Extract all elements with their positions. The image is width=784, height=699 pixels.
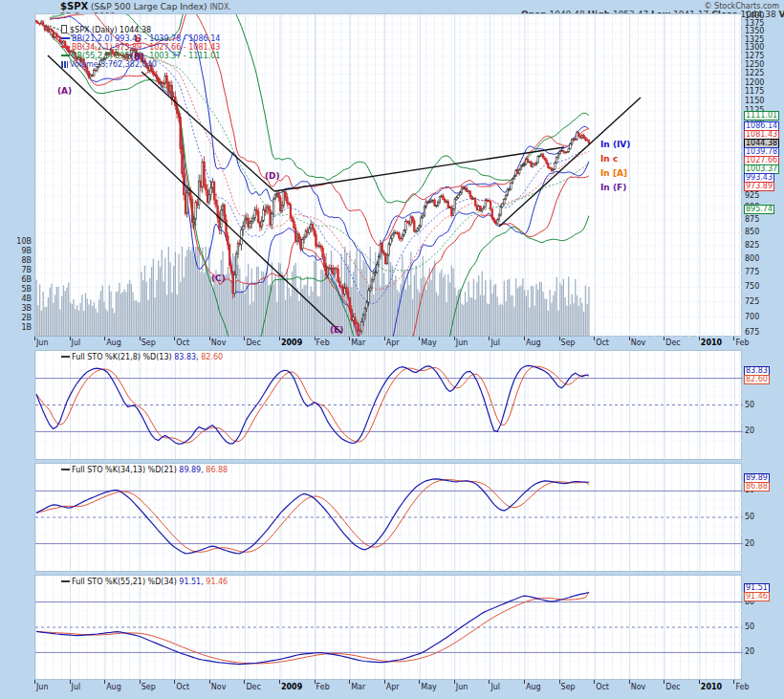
sto-tick-label: 20 [745,647,754,656]
month-label: Dec [246,339,260,347]
price-tick-label: 775 [745,268,759,276]
price-tick-label: 1250 [745,60,764,69]
sto-tick-label: 50 [745,513,754,521]
month-label: Jun [456,683,468,691]
price-tick-label: 1275 [745,52,764,60]
month-label: Jun [36,339,49,347]
month-label: Aug [106,683,121,691]
month-tick [629,337,630,340]
month-label: Oct [596,683,609,691]
sto-tick-label: 50 [745,401,754,409]
month-label: Aug [526,339,541,347]
wave-annotation: (A) [57,86,72,96]
month-label: Feb [735,339,749,347]
month-label: Mar [351,683,365,691]
line-swatch-icon [61,469,70,470]
month-tick [384,680,385,684]
sto-callout-d: 86.88 [744,482,770,491]
month-tick [70,337,71,340]
month-label: Jul [490,683,500,691]
line-swatch-icon [61,55,70,56]
month-tick [349,680,350,684]
month-tick [733,337,734,340]
price-tick-label: 1200 [745,78,764,87]
month-label: Feb [316,683,330,691]
month-label: 2010 [701,339,722,347]
price-tick-label: 925 [745,191,759,200]
exchange-label: INDX. [209,3,231,11]
wave-annotation: (E) [330,325,343,335]
price-tick-label: 875 [745,215,759,224]
month-tick [209,680,210,684]
month-tick [140,680,141,684]
stochastic-panel-label: Full STO %K(21,8) %D(13) 83.83, 82.60 [61,353,223,361]
month-label: Jul [72,339,81,347]
month-tick [104,680,105,684]
price-callout: 895.74 [744,205,774,214]
stochastic-panel-1 [34,350,742,460]
month-tick [524,680,525,684]
month-label: Nov [631,683,646,691]
month-tick [315,680,316,684]
month-label: Sep [561,339,576,347]
volume-tick-label: 8B [15,256,32,265]
wave-annotation: In (IV) [600,140,630,149]
month-label: Nov [211,339,227,347]
month-tick [349,337,350,340]
month-label: Dec [665,683,680,691]
month-label: Apr [386,339,400,347]
wave-annotation: (D) [265,171,280,181]
month-tick [559,680,560,684]
price-tick-label: 850 [745,228,759,236]
month-label: Jun [456,339,468,347]
month-label: Aug [526,683,541,691]
month-tick [664,337,664,340]
month-tick [34,680,35,684]
month-tick [524,337,525,340]
legend-main: $SPX (Daily) 1044.38 [61,25,151,34]
month-tick [454,337,455,340]
month-label: Mar [351,339,365,347]
wave-annotation: (B) [130,52,144,61]
month-tick [699,337,700,340]
volume-tick-label: 6B [15,275,32,284]
month-label: Apr [386,683,400,691]
volume-bars-icon [61,61,68,68]
month-tick [34,337,35,340]
volume-tick-label: 2B [15,314,32,322]
wave-annotation: In c [600,154,618,164]
month-tick [419,337,420,340]
month-label: Oct [176,339,189,347]
month-tick [594,680,595,684]
sto-tick-label: 20 [745,539,754,548]
price-tick-label: 1225 [745,69,764,77]
wave-annotation: (C) [211,273,226,283]
month-label: Oct [176,683,189,691]
price-tick-label: 1300 [745,43,764,52]
month-label: Jul [490,339,500,347]
sto-tick-label: 20 [745,426,754,435]
symbol-label: $SPX [60,1,88,11]
price-tick-label: 675 [745,328,759,337]
price-tick-label: 825 [745,241,759,250]
price-tick-label: 1325 [745,35,764,44]
month-tick [209,337,210,340]
month-tick [629,680,630,684]
price-tick-label: 700 [745,313,759,321]
price-callout: 973.89 [744,182,774,191]
line-swatch-icon [61,580,70,582]
month-label: May [421,339,437,347]
month-axis-top: JunJulAugSepOctNovDec2009FebMarAprMayJun… [0,337,784,350]
month-tick [315,337,316,340]
month-tick [174,680,175,684]
price-tick-label: 1175 [745,87,764,96]
month-label: Jul [72,683,81,691]
month-label: Nov [631,339,646,347]
month-label: May [421,683,437,691]
month-label: 2010 [701,683,722,691]
month-tick [244,337,245,340]
volume-tick-label: 7B [15,266,32,274]
month-tick [454,680,455,684]
price-callout: 1111.01 [744,111,779,120]
month-label: Aug [106,339,121,347]
